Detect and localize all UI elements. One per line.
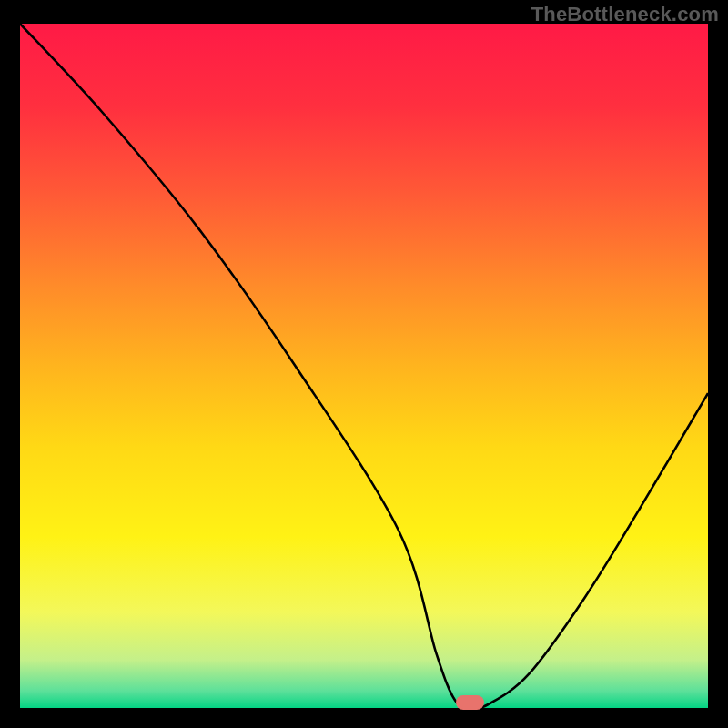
gradient-background	[20, 24, 708, 708]
plot-area	[20, 24, 708, 708]
min-marker	[456, 695, 485, 710]
chart-container: TheBottleneck.com	[0, 0, 728, 728]
plot-svg	[20, 24, 708, 708]
